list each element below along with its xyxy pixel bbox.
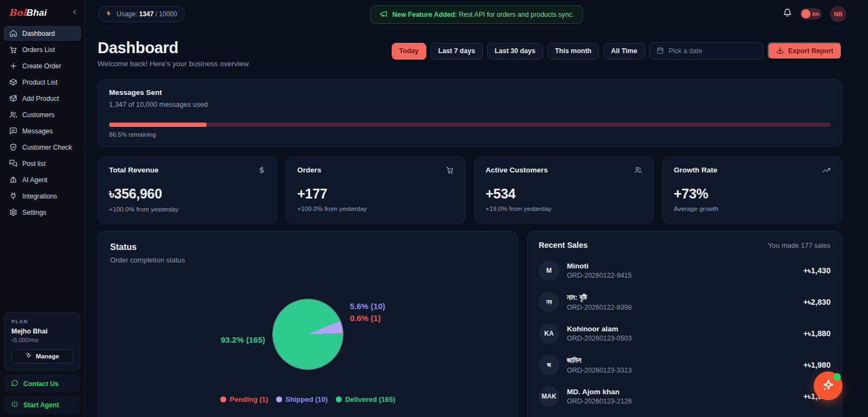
- avatar[interactable]: NB: [830, 6, 846, 22]
- sidebar-nav: Dashboard Orders List Create Order Produ…: [0, 26, 85, 221]
- messages-square-icon: [9, 159, 17, 168]
- export-report-button[interactable]: Export Report: [768, 42, 842, 60]
- recent-sales-card: Recent Sales You made 177 sales M Minoti…: [527, 231, 842, 417]
- status-title: Status: [110, 242, 506, 252]
- sale-row[interactable]: M Minoti ORD-20260122-9415 +৳1,430: [539, 260, 831, 281]
- stat-sub: +19.0% from yesterday: [486, 205, 642, 213]
- sale-order-id: ORD-20260123-2126: [567, 397, 632, 405]
- plus-icon: [9, 62, 17, 70]
- sidebar-item-dashboard[interactable]: Dashboard: [4, 26, 81, 41]
- usage-text: Usage: 1347 / 10000: [117, 10, 177, 18]
- stat-title: Growth Rate: [674, 166, 717, 174]
- plan-name: Mejho Bhai: [11, 328, 73, 335]
- sale-row[interactable]: জ জামিল ORD-20260123-3313 +৳1,980: [539, 355, 831, 375]
- sidebar-item-label: AI Agent: [22, 176, 48, 184]
- chevron-left-icon: [71, 8, 78, 18]
- contact-us-label: Contact Us: [23, 380, 59, 388]
- filter-today-button[interactable]: Today: [392, 43, 426, 60]
- sidebar-item-settings[interactable]: Settings: [4, 205, 81, 220]
- stat-title: Orders: [297, 166, 321, 174]
- date-picker-placeholder: Pick a date: [669, 47, 703, 55]
- filter-last30days-button[interactable]: Last 30 days: [487, 43, 543, 60]
- cart-icon: [9, 46, 17, 54]
- sidebar-item-customers[interactable]: Customers: [4, 107, 81, 122]
- sidebar-item-orders-list[interactable]: Orders List: [4, 42, 81, 57]
- legend-item-pending: Pending (1): [220, 395, 268, 403]
- manage-plan-button[interactable]: Manage: [11, 349, 73, 363]
- stat-sub: +100.0% from yesterday: [297, 205, 454, 213]
- sale-name: MD. Ajom khan: [567, 388, 632, 396]
- manage-plan-label: Manage: [36, 353, 59, 360]
- export-report-label: Export Report: [788, 47, 833, 55]
- sale-avatar: KA: [539, 323, 559, 344]
- legend-dot-delivered: [336, 396, 342, 402]
- brand-logo-bol: Bol: [9, 7, 27, 18]
- sidebar-item-add-product[interactable]: Add Product: [4, 91, 81, 106]
- sidebar-item-label: Customer Check: [22, 144, 72, 151]
- sale-amount: +৳1,430: [803, 266, 831, 275]
- filter-last7days-button[interactable]: Last 7 days: [431, 43, 483, 60]
- feature-banner[interactable]: New Feature Added: Rest API for orders a…: [370, 5, 583, 24]
- topbar-right: BN NB: [783, 6, 846, 22]
- stat-card-growth-rate: Growth Rate +73% Average growth: [662, 157, 842, 223]
- messages-sent-title: Messages Sent: [109, 88, 831, 97]
- legend-dot-shipped: [276, 396, 282, 402]
- status-card: Status Order completion status 5.6% (10)…: [98, 231, 518, 417]
- stat-card-total-revenue: Total Revenue ৳356,960 +100.0% from yest…: [98, 157, 277, 223]
- sale-order-id: ORD-20260123-3313: [567, 367, 632, 374]
- messages-sent-subtitle: 1,347 of 10,000 messages used: [109, 100, 831, 108]
- language-toggle[interactable]: BN: [800, 8, 822, 20]
- sidebar-item-messages[interactable]: Messages: [4, 124, 81, 138]
- sidebar-collapse-button[interactable]: [71, 8, 78, 18]
- language-toggle-knob: [801, 9, 810, 18]
- sale-name: Kohinoor alam: [567, 325, 632, 333]
- sidebar-item-create-order[interactable]: Create Order: [4, 59, 81, 73]
- page-subtitle: Welcome back! Here's your business overv…: [98, 60, 248, 68]
- sidebar-item-post-list[interactable]: Post list: [4, 156, 81, 171]
- page-title-block: Dashboard Welcome back! Here's your busi…: [98, 39, 248, 68]
- sidebar-item-label: Integrations: [22, 193, 57, 200]
- ai-assistant-fab[interactable]: [814, 371, 843, 400]
- sidebar-item-label: Create Order: [22, 62, 61, 70]
- sale-row[interactable]: KA Kohinoor alam ORD-20260123-0503 +৳1,8…: [539, 323, 831, 344]
- sale-avatar: MAK: [539, 386, 559, 407]
- legend-item-shipped: Shipped (10): [276, 395, 328, 403]
- sale-amount: +৳2,830: [803, 298, 831, 307]
- notifications-button[interactable]: [783, 8, 792, 20]
- sale-name: নাম: বৃষ্টি: [567, 293, 632, 302]
- stat-card-active-customers: Active Customers +534 +19.0% from yester…: [474, 157, 654, 223]
- sidebar-item-product-list[interactable]: Product List: [4, 75, 81, 89]
- sale-name: Minoti: [567, 262, 632, 270]
- stat-value: +177: [297, 186, 454, 202]
- download-icon: [776, 47, 784, 56]
- sidebar-item-integrations[interactable]: Integrations: [4, 189, 81, 203]
- sale-row[interactable]: MAK MD. Ajom khan ORD-20260123-2126 +৳1,…: [539, 386, 831, 407]
- status-subtitle: Order completion status: [110, 256, 506, 264]
- sale-amount: +৳1,880: [803, 329, 831, 338]
- language-badge: BN: [812, 11, 819, 17]
- page-head: Dashboard Welcome back! Here's your busi…: [98, 39, 842, 68]
- package-icon: [9, 78, 17, 86]
- trending-up-icon: [822, 166, 831, 174]
- sidebar-item-label: Dashboard: [22, 30, 55, 37]
- sparkles-icon: [25, 352, 32, 360]
- sale-avatar: জ: [539, 355, 559, 375]
- start-agent-button[interactable]: Start Agent: [4, 396, 80, 414]
- filter-alltime-button[interactable]: All Time: [603, 43, 644, 60]
- usage-progress-bar: [109, 123, 831, 127]
- main-area: Usage: 1347 / 10000 New Feature Added: R…: [85, 0, 868, 417]
- contact-us-button[interactable]: Contact Us: [4, 375, 80, 393]
- sidebar-item-customer-check[interactable]: Customer Check: [4, 140, 81, 155]
- pie-legend: Pending (1) Shipped (10) Delivered (165): [98, 395, 518, 403]
- sale-row[interactable]: নব নাম: বৃষ্টি ORD-20260122-8398 +৳2,830: [539, 292, 831, 312]
- sidebar-item-label: Customers: [22, 111, 54, 119]
- date-picker-input[interactable]: Pick a date: [649, 42, 763, 60]
- users-icon: [634, 166, 642, 174]
- filter-thismonth-button[interactable]: This month: [547, 43, 599, 60]
- sidebar-item-ai-agent[interactable]: AI Agent: [4, 172, 81, 187]
- sidebar-item-label: Settings: [22, 209, 46, 216]
- megaphone-icon: [379, 10, 387, 20]
- pie-label-shipped: 5.6% (10): [350, 301, 385, 311]
- legend-dot-pending: [220, 396, 226, 402]
- stats-row: Total Revenue ৳356,960 +100.0% from yest…: [98, 157, 842, 223]
